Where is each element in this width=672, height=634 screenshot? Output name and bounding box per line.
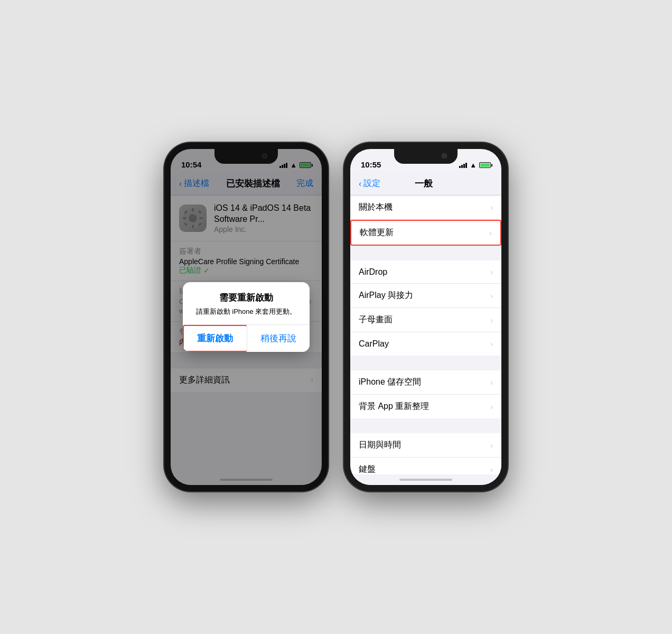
settings-row-datetime[interactable]: 日期與時間 › (350, 433, 501, 458)
row-text-keyboard: 鍵盤 (359, 464, 376, 474)
phone-1: 10:54 ▲ ‹ 描述檔 已安裝描述檔 完成 (164, 143, 328, 491)
row-text-bg-refresh: 背景 App 重新整理 (359, 401, 429, 412)
row-text-about: 關於本機 (359, 202, 393, 213)
settings-list[interactable]: 關於本機 › 軟體更新 › AirDrop › AirPlay 與接力 › (350, 195, 501, 474)
notch-2 (394, 149, 458, 164)
row-text-software-update: 軟體更新 (360, 227, 394, 238)
row-text-datetime: 日期與時間 (359, 440, 401, 451)
later-button[interactable]: 稍後再說 (247, 325, 310, 352)
row-text-airplay: AirPlay 與接力 (359, 290, 413, 301)
battery-fill-2 (480, 163, 490, 167)
signal-icon-2 (459, 163, 467, 168)
restart-button[interactable]: 重新啟動 (183, 325, 247, 352)
settings-row-bg-refresh[interactable]: 背景 App 重新整理 › (350, 395, 501, 418)
chevron-software-icon: › (489, 229, 492, 237)
nav-title-2: 一般 (415, 178, 433, 190)
chevron-airplay-icon: › (490, 292, 493, 300)
dialog-content: 需要重新啟動 請重新啟動 iPhone 來套用更動。 (183, 282, 310, 324)
status-icons-2: ▲ (459, 161, 491, 169)
chevron-airdrop-icon: › (490, 268, 493, 276)
settings-row-software-update[interactable]: 軟體更新 › (350, 220, 501, 246)
settings-row-keyboard[interactable]: 鍵盤 › (350, 458, 501, 474)
settings-row-airplay[interactable]: AirPlay 與接力 › (350, 284, 501, 308)
settings-row-about[interactable]: 關於本機 › (350, 195, 501, 220)
chevron-keyboard-icon: › (490, 465, 493, 474)
settings-row-pip[interactable]: 子母畫面 › (350, 308, 501, 332)
settings-row-carplay[interactable]: CarPlay › (350, 332, 501, 356)
settings-row-airdrop[interactable]: AirDrop › (350, 260, 501, 284)
home-indicator-2 (350, 474, 501, 485)
dialog-buttons: 重新啟動 稍後再說 (183, 324, 310, 352)
row-text-carplay: CarPlay (359, 339, 389, 349)
section-divider-2 (350, 356, 501, 370)
section-divider-3 (350, 418, 501, 433)
section-2: AirDrop › AirPlay 與接力 › 子母畫面 › CarPlay › (350, 260, 501, 356)
section-4: 日期與時間 › 鍵盤 › 字體 › 語言與地區 › 辭典 › (350, 433, 501, 474)
chevron-pip-icon: › (490, 316, 493, 324)
row-text-pip: 子母畫面 (359, 314, 393, 325)
status-time-2: 10:55 (361, 160, 381, 169)
home-bar-2 (399, 479, 452, 481)
section-3: iPhone 儲存空間 › 背景 App 重新整理 › (350, 370, 501, 418)
settings-row-storage[interactable]: iPhone 儲存空間 › (350, 370, 501, 395)
row-text-storage: iPhone 儲存空間 (359, 377, 421, 388)
section-divider-1 (350, 246, 501, 260)
row-text-airdrop: AirDrop (359, 267, 387, 277)
phone-2: 10:55 ▲ ‹ 設定 一般 (344, 143, 508, 491)
nav-back-label-2[interactable]: 設定 (363, 178, 380, 189)
chevron-carplay-icon: › (490, 340, 493, 348)
wifi-icon-2: ▲ (470, 161, 477, 169)
dialog-box: 需要重新啟動 請重新啟動 iPhone 來套用更動。 重新啟動 稍後再說 (183, 282, 310, 351)
front-camera-2 (442, 153, 447, 158)
nav-back-2[interactable]: ‹ 設定 (359, 178, 380, 189)
chevron-about-icon: › (490, 203, 493, 212)
dialog-overlay: 需要重新啟動 請重新啟動 iPhone 來套用更動。 重新啟動 稍後再說 (171, 149, 322, 485)
battery-icon-2 (479, 162, 491, 168)
chevron-left-icon-2: ‹ (359, 179, 361, 189)
chevron-bg-icon: › (490, 403, 493, 411)
dialog-message: 請重新啟動 iPhone 來套用更動。 (191, 307, 301, 316)
section-1: 關於本機 › 軟體更新 › (350, 195, 501, 246)
chevron-datetime-icon: › (490, 441, 493, 450)
dialog-title: 需要重新啟動 (191, 292, 301, 304)
chevron-storage-icon: › (490, 378, 493, 387)
nav-bar-2: ‹ 設定 一般 (350, 172, 501, 195)
